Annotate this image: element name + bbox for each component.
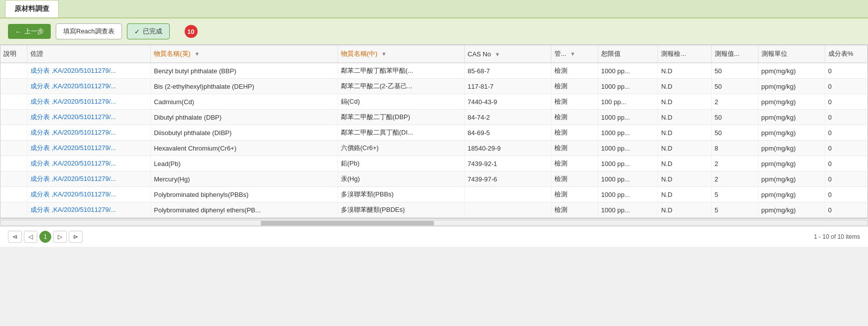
next-page-button[interactable]: ▷ (53, 231, 67, 243)
cell-name_zh: 多溴聯苯類(PBBs) (337, 187, 464, 202)
cell-name_zh: 多溴聯苯醚類(PBDEs) (337, 202, 464, 218)
cell-evidence[interactable]: 成分表 ,KA/2020/51011279/... (27, 141, 151, 156)
cell-evidence[interactable]: 成分表 ,KA/2020/51011279/... (27, 125, 151, 141)
cell-report_detect: N.D (658, 79, 711, 94)
back-button[interactable]: ← 上一步 (8, 24, 51, 39)
cell-report_val: 2 (711, 156, 758, 171)
cell-limit: 1000 pp... (598, 63, 658, 79)
cell-unit: ppm(mg/kg) (758, 171, 825, 187)
cell-note (0, 79, 27, 94)
cell-unit: ppm(mg/kg) (758, 187, 825, 202)
tab-bar: 原材料調查 (0, 0, 868, 18)
cell-evidence[interactable]: 成分表 ,KA/2020/51011279/... (27, 187, 151, 202)
cell-unit: ppm(mg/kg) (758, 141, 825, 156)
cell-name_zh: 汞(Hg) (337, 171, 464, 187)
cell-report_detect: N.D (658, 125, 711, 141)
data-table: 說明 佐證 物質名稱(英) ▼ 物質名稱(中) ▼ CAS No ▼ 管... … (0, 45, 868, 218)
cell-evidence[interactable]: 成分表 ,KA/2020/51011279/... (27, 171, 151, 187)
prev-page-button[interactable]: ◁ (24, 231, 37, 243)
cell-name_zh: 鄰苯二甲酸二異丁酯(DI... (337, 125, 464, 141)
cell-pct: 0 (825, 110, 867, 125)
done-button[interactable]: ✓ 已完成 (127, 23, 170, 39)
cell-report_detect: N.D (658, 171, 711, 187)
cell-note (0, 141, 27, 156)
cell-cas_no (464, 187, 551, 202)
cell-pipe: 檢測 (551, 110, 598, 125)
cell-name_en: Benzyl butyl phthalate (BBP) (151, 63, 338, 79)
last-page-button[interactable]: ⊳ (69, 231, 83, 243)
cell-note (0, 63, 27, 79)
cell-report_val: 8 (711, 141, 758, 156)
scroll-track[interactable] (0, 220, 868, 226)
data-table-wrapper: 說明 佐證 物質名稱(英) ▼ 物質名稱(中) ▼ CAS No ▼ 管... … (0, 45, 868, 218)
cell-evidence[interactable]: 成分表 ,KA/2020/51011279/... (27, 202, 151, 218)
cell-name_zh: 鎘(Cd) (337, 94, 464, 110)
cell-note (0, 187, 27, 202)
cell-name_en: Dibutyl phthalate (DBP) (151, 110, 338, 125)
cell-cas_no: 84-69-5 (464, 125, 551, 141)
col-note: 說明 (0, 45, 27, 63)
cell-name_en: Lead(Pb) (151, 156, 338, 171)
table-row: 成分表 ,KA/2020/51011279/...Polybrominated … (0, 187, 868, 202)
filter-name-en-icon[interactable]: ▼ (195, 51, 200, 57)
first-page-button[interactable]: ⊲ (8, 231, 22, 243)
cell-cas_no (464, 202, 551, 218)
cell-evidence[interactable]: 成分表 ,KA/2020/51011279/... (27, 156, 151, 171)
cell-report_detect: N.D (658, 187, 711, 202)
current-page-button[interactable]: 1 (39, 231, 51, 243)
toolbar: ← 上一步 填寫Reach調查表 ✓ 已完成 10 (0, 18, 868, 45)
pagination-bar: ⊲ ◁ 1 ▷ ⊳ 1 - 10 of 10 items (0, 226, 868, 247)
cell-pct: 0 (825, 125, 867, 141)
cell-report_val: 50 (711, 110, 758, 125)
cell-pct: 0 (825, 63, 867, 79)
cell-cas_no: 85-68-7 (464, 63, 551, 79)
cell-report_detect: N.D (658, 141, 711, 156)
col-name-en: 物質名稱(英) ▼ (151, 45, 338, 63)
cell-unit: ppm(mg/kg) (758, 94, 825, 110)
cell-pct: 0 (825, 156, 867, 171)
cell-report_val: 2 (711, 94, 758, 110)
col-report-detect: 測報檢... (658, 45, 711, 63)
col-report-val: 測報值... (711, 45, 758, 63)
filter-cas-icon[interactable]: ▼ (495, 51, 500, 57)
cell-cas_no: 7439-97-6 (464, 171, 551, 187)
col-unit: 測報單位 (758, 45, 825, 63)
cell-pct: 0 (825, 202, 867, 218)
cell-evidence[interactable]: 成分表 ,KA/2020/51011279/... (27, 110, 151, 125)
cell-report_val: 2 (711, 171, 758, 187)
filter-pipe-icon[interactable]: ▼ (570, 51, 575, 57)
cell-report_val: 5 (711, 202, 758, 218)
tab-raw-material[interactable]: 原材料調查 (5, 0, 59, 17)
cell-note (0, 94, 27, 110)
cell-pct: 0 (825, 187, 867, 202)
cell-note (0, 171, 27, 187)
scroll-thumb[interactable] (261, 221, 434, 226)
cell-pipe: 檢測 (551, 187, 598, 202)
table-row: 成分表 ,KA/2020/51011279/...Bis (2-ethylhex… (0, 79, 868, 94)
cell-note (0, 202, 27, 218)
filter-name-zh-icon[interactable]: ▼ (381, 51, 387, 57)
cell-pct: 0 (825, 141, 867, 156)
table-row: 成分表 ,KA/2020/51011279/...Hexavalent Chro… (0, 141, 868, 156)
cell-pct: 0 (825, 79, 867, 94)
cell-pipe: 檢測 (551, 156, 598, 171)
cell-name_zh: 六價鉻(Cr6+) (337, 141, 464, 156)
cell-cas_no: 117-81-7 (464, 79, 551, 94)
cell-note (0, 110, 27, 125)
cell-name_en: Hexavalent Chromium(Cr6+) (151, 141, 338, 156)
cell-evidence[interactable]: 成分表 ,KA/2020/51011279/... (27, 79, 151, 94)
cell-pct: 0 (825, 171, 867, 187)
horizontal-scrollbar[interactable] (0, 218, 868, 226)
cell-pipe: 檢測 (551, 141, 598, 156)
cell-pipe: 檢測 (551, 202, 598, 218)
cell-unit: ppm(mg/kg) (758, 79, 825, 94)
cell-cas_no: 7439-92-1 (464, 156, 551, 171)
cell-evidence[interactable]: 成分表 ,KA/2020/51011279/... (27, 63, 151, 79)
cell-name_zh: 鄰苯二甲酸二(2-乙基己... (337, 79, 464, 94)
cell-report_val: 50 (711, 63, 758, 79)
cell-evidence[interactable]: 成分表 ,KA/2020/51011279/... (27, 94, 151, 110)
col-name-zh: 物質名稱(中) ▼ (337, 45, 464, 63)
cell-report_detect: N.D (658, 110, 711, 125)
reach-survey-button[interactable]: 填寫Reach調查表 (56, 23, 122, 39)
cell-pipe: 檢測 (551, 63, 598, 79)
